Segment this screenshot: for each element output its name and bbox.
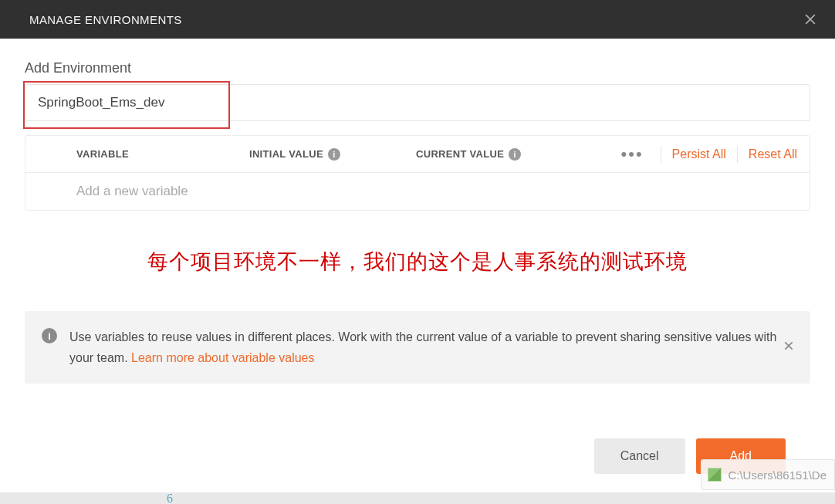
separator xyxy=(661,146,661,163)
info-icon: i xyxy=(42,328,57,343)
help-banner: i Use variables to reuse values in diffe… xyxy=(25,311,810,384)
more-options-icon[interactable]: ••• xyxy=(615,146,650,163)
table-header-actions: ••• Persist All Reset All xyxy=(606,146,810,163)
environment-name-input[interactable] xyxy=(38,95,797,110)
table-header-variable: VARIABLE xyxy=(76,148,249,160)
screenshot-path-toast: C:\Users\86151\De xyxy=(701,459,835,490)
toast-path-text: C:\Users\86151\De xyxy=(728,468,827,482)
table-header-current-value: CURRENT VALUE i xyxy=(416,148,606,161)
manage-environments-modal: MANAGE ENVIRONMENTS Add Environment VARI… xyxy=(0,0,835,492)
image-file-icon xyxy=(708,468,722,482)
table-header-initial-label: INITIAL VALUE xyxy=(249,148,323,160)
close-icon[interactable] xyxy=(803,12,818,27)
environment-name-field-wrap xyxy=(25,84,810,121)
new-variable-input[interactable] xyxy=(76,184,249,199)
dismiss-banner-icon[interactable] xyxy=(783,340,795,355)
separator xyxy=(737,146,738,163)
help-text: Use variables to reuse values in differe… xyxy=(69,326,793,368)
variables-table-header: VARIABLE INITIAL VALUE i CURRENT VALUE i… xyxy=(25,136,810,173)
annotation-text: 每个项目环境不一样，我们的这个是人事系统的测试环境 xyxy=(25,248,810,276)
row-variable-cell xyxy=(76,184,249,199)
reset-all-button[interactable]: Reset All xyxy=(749,147,797,161)
table-row xyxy=(25,173,810,210)
table-header-current-label: CURRENT VALUE xyxy=(416,148,504,160)
background-strip: 6 xyxy=(0,492,835,504)
background-glyph: 6 xyxy=(167,492,173,504)
info-icon[interactable]: i xyxy=(328,148,340,161)
persist-all-button[interactable]: Persist All xyxy=(672,147,726,161)
modal-titlebar: MANAGE ENVIRONMENTS xyxy=(0,0,835,39)
modal-body: Add Environment VARIABLE INITIAL VALUE i… xyxy=(0,39,835,492)
modal-title: MANAGE ENVIRONMENTS xyxy=(29,13,182,26)
cancel-button[interactable]: Cancel xyxy=(594,438,685,474)
table-header-initial-value: INITIAL VALUE i xyxy=(249,148,416,161)
section-label: Add Environment xyxy=(25,60,810,76)
info-icon[interactable]: i xyxy=(509,148,521,161)
learn-more-link[interactable]: Learn more about variable values xyxy=(131,351,314,364)
variables-table: VARIABLE INITIAL VALUE i CURRENT VALUE i… xyxy=(25,135,810,211)
modal-footer: Cancel Add xyxy=(25,420,810,492)
table-header-variable-label: VARIABLE xyxy=(76,148,129,160)
